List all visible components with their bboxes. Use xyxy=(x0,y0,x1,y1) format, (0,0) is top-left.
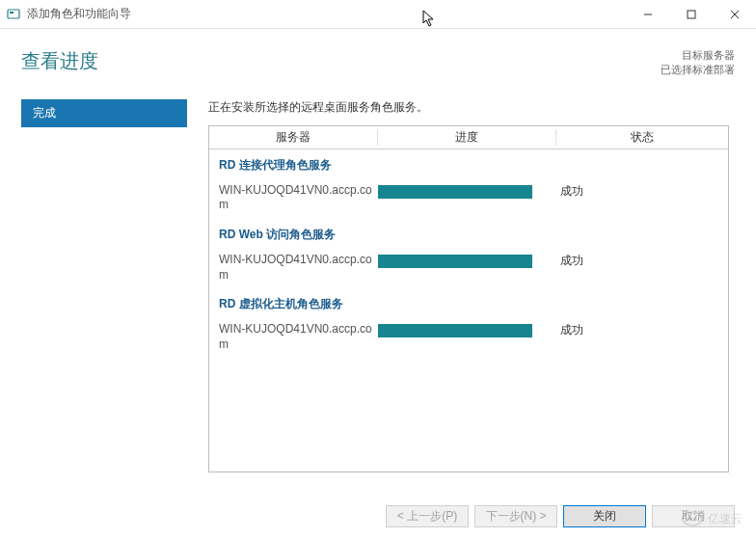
role-server: WIN-KUJOQD41VN0.accp.com xyxy=(219,183,378,213)
page-title: 查看进度 xyxy=(21,48,98,74)
role-row: WIN-KUJOQD41VN0.accp.com 成功 xyxy=(219,322,718,352)
target-value: 已选择标准部署 xyxy=(661,63,735,77)
wizard-sidebar: 完成 xyxy=(21,86,187,472)
window-title: 添加角色和功能向导 xyxy=(27,6,626,22)
role-title: RD 虚拟化主机角色服务 xyxy=(219,296,718,312)
role-progress xyxy=(378,253,547,268)
role-server: WIN-KUJOQD41VN0.accp.com xyxy=(219,322,378,352)
role-status: 成功 xyxy=(547,183,718,200)
result-body: RD 连接代理角色服务 WIN-KUJOQD41VN0.accp.com 成功 … xyxy=(209,149,728,374)
wizard-body: 完成 正在安装所选择的远程桌面服务角色服务。 服务器 进度 状态 RD 连接代理… xyxy=(0,86,756,472)
role-row: WIN-KUJOQD41VN0.accp.com 成功 xyxy=(219,183,718,213)
role-row: WIN-KUJOQD41VN0.accp.com 成功 xyxy=(219,253,718,283)
app-icon xyxy=(6,7,21,22)
wizard-footer: < 上一步(P) 下一步(N) > 关闭 取消 xyxy=(386,505,735,527)
col-server: 服务器 xyxy=(209,129,378,146)
col-status: 状态 xyxy=(556,129,728,146)
role-progress xyxy=(378,322,547,337)
role-title: RD Web 访问角色服务 xyxy=(219,227,718,243)
install-message: 正在安装所选择的远程桌面服务角色服务。 xyxy=(208,99,729,116)
window-controls xyxy=(626,0,756,28)
role-group: RD 连接代理角色服务 WIN-KUJOQD41VN0.accp.com 成功 xyxy=(219,157,718,213)
result-box: 服务器 进度 状态 RD 连接代理角色服务 WIN-KUJOQD41VN0.ac… xyxy=(208,125,729,472)
sidebar-item-complete[interactable]: 完成 xyxy=(21,99,187,127)
wizard-main: 正在安装所选择的远程桌面服务角色服务。 服务器 进度 状态 RD 连接代理角色服… xyxy=(187,86,735,472)
wizard-header: 查看进度 目标服务器 已选择标准部署 xyxy=(0,29,756,86)
progress-bar xyxy=(378,255,532,268)
sidebar-item-label: 完成 xyxy=(33,106,56,120)
svg-rect-1 xyxy=(10,12,14,13)
target-info: 目标服务器 已选择标准部署 xyxy=(661,48,735,78)
role-status: 成功 xyxy=(547,322,718,338)
titlebar: 添加角色和功能向导 xyxy=(0,0,756,29)
role-title: RD 连接代理角色服务 xyxy=(219,157,718,174)
role-group: RD 虚拟化主机角色服务 WIN-KUJOQD41VN0.accp.com 成功 xyxy=(219,296,718,352)
close-button[interactable]: 关闭 xyxy=(563,505,646,527)
role-server: WIN-KUJOQD41VN0.accp.com xyxy=(219,253,378,283)
maximize-button[interactable] xyxy=(669,0,713,28)
next-button: 下一步(N) > xyxy=(474,505,557,527)
cancel-button: 取消 xyxy=(652,505,735,527)
minimize-button[interactable] xyxy=(626,0,669,28)
role-group: RD Web 访问角色服务 WIN-KUJOQD41VN0.accp.com 成… xyxy=(219,227,718,283)
progress-bar xyxy=(378,324,532,337)
target-label: 目标服务器 xyxy=(661,48,735,63)
close-window-button[interactable] xyxy=(713,0,756,28)
prev-button: < 上一步(P) xyxy=(386,505,469,527)
role-status: 成功 xyxy=(547,253,718,269)
role-progress xyxy=(378,183,547,199)
progress-bar xyxy=(378,185,532,199)
svg-rect-3 xyxy=(688,11,695,18)
result-header: 服务器 进度 状态 xyxy=(209,126,728,149)
col-progress: 进度 xyxy=(378,129,556,146)
svg-rect-0 xyxy=(8,10,19,18)
